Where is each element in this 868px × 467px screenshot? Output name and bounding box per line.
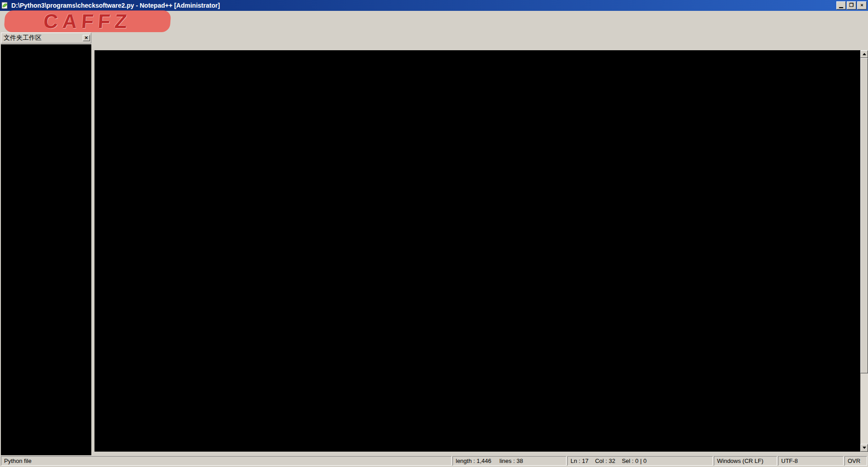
close-button[interactable]: × xyxy=(857,1,867,10)
title-bar: D:\Python3\programs\checksoftware2.py - … xyxy=(0,0,868,11)
scroll-up-icon[interactable] xyxy=(860,50,868,58)
window-title: D:\Python3\programs\checksoftware2.py - … xyxy=(11,2,836,9)
editor-column xyxy=(94,32,868,455)
folder-workspace-titlebar: 文件夹工作区 ✕ xyxy=(1,33,91,43)
status-length-lines: length : 1,446 lines : 38 xyxy=(453,456,566,466)
watermark-logo: CAFFZ xyxy=(4,10,171,32)
scroll-down-icon[interactable] xyxy=(860,444,868,452)
status-doc-type: Python file xyxy=(1,456,452,466)
panel-close-icon[interactable]: ✕ xyxy=(83,35,90,41)
minimize-button[interactable]: ▁ xyxy=(836,1,846,10)
code-editor[interactable] xyxy=(94,50,860,452)
folder-workspace-panel: 文件夹工作区 ✕ xyxy=(0,32,91,455)
editor-row xyxy=(94,50,868,452)
status-encoding: UTF-8 xyxy=(778,456,844,466)
tab-spacer xyxy=(94,32,868,38)
vertical-scrollbar[interactable] xyxy=(860,50,868,452)
status-cursor-position: Ln : 17 Col : 32 Sel : 0 | 0 xyxy=(567,456,713,466)
main-area: 文件夹工作区 ✕ xyxy=(0,32,868,455)
status-insert-mode: OVR xyxy=(844,456,867,466)
restore-button[interactable]: ❐ xyxy=(847,1,856,10)
notepad-plus-plus-window: D:\Python3\programs\checksoftware2.py - … xyxy=(0,0,868,467)
notepad-plus-plus-app-icon xyxy=(1,2,9,9)
editor-bottom-strip xyxy=(94,452,868,455)
tab-bar xyxy=(94,38,868,50)
status-eol-format: Windows (CR LF) xyxy=(714,456,777,466)
status-bar: Python file length : 1,446 lines : 38 Ln… xyxy=(0,455,868,467)
workspace-tree xyxy=(1,44,91,455)
scrollbar-thumb[interactable] xyxy=(860,58,868,373)
panel-splitter[interactable] xyxy=(91,32,94,455)
folder-workspace-title: 文件夹工作区 xyxy=(4,34,83,42)
